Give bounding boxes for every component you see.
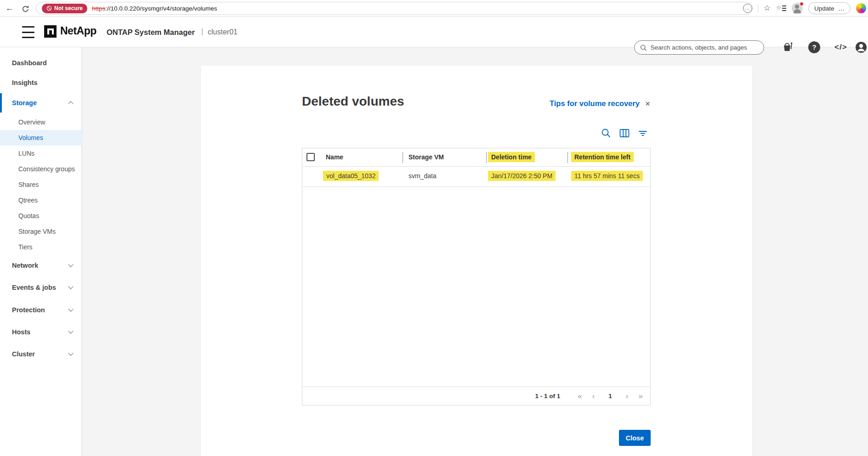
not-secure-label: Not secure — [54, 5, 83, 11]
browser-chrome: ← Not secure https://10.0.0.220/sysmgr/v… — [0, 0, 868, 17]
notification-dot — [800, 2, 804, 6]
feedback-icon[interactable]: … — [743, 4, 752, 13]
app-header: NetApp ONTAP System Manager | cluster01 … — [0, 17, 868, 47]
browser-profile-avatar[interactable] — [792, 3, 803, 14]
global-search[interactable] — [634, 40, 764, 55]
table-row[interactable]: vol_data05_1032 svm_data Jan/17/2026 2:5… — [302, 167, 650, 187]
update-label: Update — [814, 5, 834, 12]
sidebar-item-events-jobs[interactable]: Events & jobs — [0, 278, 82, 297]
search-input[interactable] — [651, 44, 758, 51]
chevron-down-icon — [68, 306, 73, 311]
cell-retention-time-left: 11 hrs 57 mins 11 secs — [571, 171, 643, 181]
sidebar-item-tiers[interactable]: Tiers — [0, 239, 82, 255]
pagination-first-icon[interactable]: « — [578, 392, 582, 401]
sidebar-item-protection[interactable]: Protection — [0, 300, 82, 320]
close-tips-icon[interactable]: × — [645, 99, 650, 108]
browser-back-icon[interactable]: ← — [4, 2, 16, 14]
column-header-retention-time-left[interactable]: Retention time left — [571, 152, 634, 162]
pagination-range: 1 - 1 of 1 — [535, 393, 560, 400]
sidebar-item-storage[interactable]: Storage — [0, 93, 82, 113]
column-divider — [403, 152, 403, 163]
pagination-next-icon[interactable]: › — [626, 392, 629, 401]
browser-actions: … ☆ ☆ Update … — [743, 0, 866, 17]
deleted-volumes-panel: Deleted volumes Tips for volume recovery… — [201, 66, 752, 456]
filter-icon[interactable] — [637, 128, 648, 139]
table-pagination: 1 - 1 of 1 « ‹ 1 › » — [302, 387, 650, 405]
table-header-row: Name Storage VM Deletion time Retention … — [302, 148, 650, 167]
column-header-storage-vm[interactable]: Storage VM — [408, 153, 444, 161]
tips-volume-recovery-link[interactable]: Tips for volume recovery — [550, 99, 640, 108]
table-toolbar — [601, 128, 648, 139]
screen: ← Not secure https://10.0.0.220/sysmgr/v… — [0, 0, 868, 456]
menu-hamburger-icon[interactable] — [22, 26, 40, 38]
deleted-volumes-table: Name Storage VM Deletion time Retention … — [302, 148, 651, 405]
table-search-icon[interactable] — [601, 128, 612, 139]
url-text: https://10.0.0.220/sysmgr/v4/storage/vol… — [92, 5, 217, 12]
sidebar-item-qtrees[interactable]: Qtrees — [0, 192, 82, 208]
sidebar-item-overview[interactable]: Overview — [0, 114, 82, 130]
sidebar-item-network[interactable]: Network — [0, 256, 82, 275]
column-header-name[interactable]: Name — [326, 153, 343, 161]
favorites-bar-icon[interactable]: ☆ — [776, 4, 786, 13]
brand-wordmark: NetApp — [60, 25, 96, 37]
pagination-last-icon[interactable]: » — [639, 392, 643, 401]
chevron-down-icon — [68, 262, 73, 267]
chevron-down-icon — [68, 328, 73, 333]
sidebar-item-shares[interactable]: Shares — [0, 177, 82, 192]
content-area: Deleted volumes Tips for volume recovery… — [82, 47, 868, 456]
sidebar-item-hosts[interactable]: Hosts — [0, 322, 82, 342]
user-account-icon[interactable] — [855, 41, 867, 55]
pagination-page-number[interactable]: 1 — [608, 393, 612, 400]
title-divider: | — [201, 28, 203, 36]
netapp-logo-icon — [44, 25, 57, 38]
column-header-deletion-time[interactable]: Deletion time — [488, 152, 535, 162]
sidebar-item-insights[interactable]: Insights — [0, 73, 82, 92]
not-secure-badge[interactable]: Not secure — [42, 4, 87, 13]
cell-volume-name[interactable]: vol_data05_1032 — [323, 171, 379, 181]
rest-api-code-icon[interactable]: </> — [834, 41, 847, 53]
favorite-star-icon[interactable]: ☆ — [764, 4, 771, 13]
cluster-name: cluster01 — [208, 28, 238, 36]
chevron-up-icon — [68, 101, 73, 106]
sidebar-item-storage-vms[interactable]: Storage VMs — [0, 224, 82, 239]
security-warning-icon — [46, 6, 52, 11]
search-icon — [640, 44, 647, 51]
pagination-prev-icon[interactable]: ‹ — [592, 392, 595, 401]
copilot-icon[interactable] — [856, 3, 866, 13]
help-icon[interactable]: ? — [808, 41, 820, 53]
address-bar[interactable]: Not secure https://10.0.0.220/sysmgr/v4/… — [36, 2, 753, 15]
cell-storage-vm: svm_data — [408, 172, 437, 180]
column-divider — [567, 152, 568, 163]
divider — [758, 4, 758, 12]
sidebar-item-quotas[interactable]: Quotas — [0, 208, 82, 224]
sidebar-item-luns[interactable]: LUNs — [0, 146, 82, 161]
select-all-checkbox[interactable] — [306, 153, 315, 161]
close-button[interactable]: Close — [619, 430, 651, 446]
whats-new-pail-icon[interactable] — [782, 41, 794, 54]
sidebar-item-cluster[interactable]: Cluster — [0, 344, 82, 364]
chevron-down-icon — [68, 350, 73, 355]
browser-refresh-icon[interactable] — [19, 2, 31, 14]
column-divider — [486, 152, 487, 163]
cell-deletion-time: Jan/17/2026 2:50 PM — [488, 171, 556, 181]
chevron-down-icon — [68, 284, 73, 289]
page-title: Deleted volumes — [302, 94, 404, 109]
sidebar: Dashboard Insights Storage Overview Volu… — [0, 47, 82, 456]
product-title: ONTAP System Manager — [107, 28, 195, 37]
browser-menu-icon[interactable]: … — [839, 5, 845, 12]
column-settings-icon[interactable] — [619, 128, 630, 139]
sidebar-item-volumes[interactable]: Volumes — [0, 130, 82, 146]
url-path: ://10.0.0.220/sysmgr/v4/storage/volumes — [105, 5, 217, 12]
sidebar-item-dashboard[interactable]: Dashboard — [0, 53, 82, 73]
browser-update-button[interactable]: Update … — [808, 2, 851, 14]
sidebar-item-consistency-groups[interactable]: Consistency groups — [0, 161, 82, 177]
url-scheme: https — [92, 5, 105, 12]
